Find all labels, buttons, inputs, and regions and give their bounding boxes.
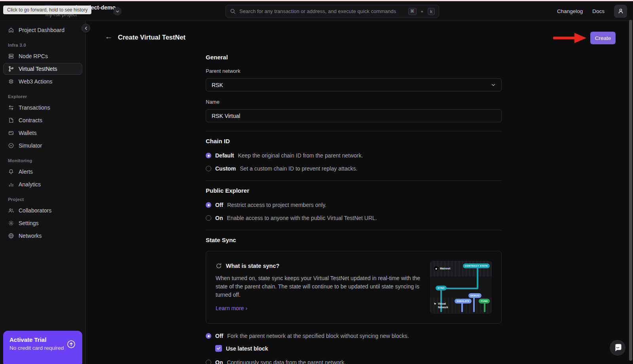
- state-sync-on-option[interactable]: On Continuously sync data from the paren…: [206, 359, 502, 364]
- sidebar-item-label: Networks: [19, 233, 42, 239]
- back-button[interactable]: ←: [105, 32, 112, 41]
- option-label: Off: [215, 202, 223, 208]
- sidebar-item-label: Transactions: [19, 104, 50, 111]
- swap-arrows-icon: [8, 104, 14, 111]
- sidebar-item-settings[interactable]: Settings: [3, 217, 82, 229]
- virtual-network-label-2: Network: [438, 306, 448, 309]
- chat-widget-button[interactable]: [610, 340, 625, 356]
- user-menu-button[interactable]: [614, 5, 627, 18]
- chain-id-default-option[interactable]: Default Keep the original chain ID from …: [206, 152, 502, 159]
- page-title: Create Virtual TestNet: [118, 34, 186, 41]
- cursor-icon: [434, 302, 437, 305]
- sidebar-item-label: Analytics: [19, 181, 41, 188]
- state-sync-illustration: CONTRACT STATE SYNC SIMULATE DEBUG FUND …: [430, 261, 492, 314]
- sidebar-item-transactions[interactable]: Transactions: [3, 102, 82, 114]
- history-tooltip: Click to go forward, hold to see history: [3, 6, 91, 14]
- sidebar-item-label: Collaborators: [19, 207, 51, 214]
- sidebar-item-virtual-testnets[interactable]: Virtual TestNets: [3, 63, 82, 75]
- radio-selected[interactable]: [206, 333, 211, 339]
- sidebar-item-project-dashboard[interactable]: Project Dashboard: [3, 24, 82, 36]
- bar-chart-icon: [8, 181, 14, 188]
- checkbox-checked[interactable]: [215, 345, 222, 352]
- virtual-network-label-1: Virtual: [438, 302, 448, 305]
- user-icon: [618, 8, 624, 14]
- search-icon: [230, 8, 236, 14]
- option-desc: Fork the parent network at the specified…: [227, 333, 409, 339]
- wallet-icon: [8, 130, 14, 136]
- parent-network-select[interactable]: RSK: [206, 78, 502, 91]
- sidebar-item-alerts[interactable]: Alerts: [3, 166, 82, 178]
- gear-icon: [8, 220, 14, 226]
- option-label: Off: [215, 333, 223, 339]
- state-sync-card-body: When turned on, state sync keeps your Vi…: [216, 274, 421, 299]
- sidebar-item-label: Contracts: [19, 117, 42, 123]
- create-button[interactable]: Create: [590, 32, 616, 44]
- trial-subtitle: No credit card required: [9, 345, 76, 351]
- window-top-edge: [0, 0, 633, 1]
- public-explorer-on-option[interactable]: On Enable access to anyone with the publ…: [206, 215, 502, 221]
- kbd-plus: +: [421, 9, 423, 14]
- radio-selected[interactable]: [206, 202, 211, 208]
- chip-icon: [8, 78, 14, 85]
- state-sync-off-option[interactable]: Off Fork the parent network at the speci…: [206, 333, 502, 339]
- mainnet-label-group: ◆ Mainnet: [434, 266, 450, 271]
- chain-id-custom-option[interactable]: Custom Set a custom chain ID to prevent …: [206, 165, 502, 172]
- sidebar-item-label: Wallets: [19, 130, 36, 136]
- check-icon: [216, 346, 221, 351]
- radio-selected[interactable]: [206, 153, 211, 158]
- sidebar-item-node-rpcs[interactable]: Node RPCs: [3, 50, 82, 62]
- global-search[interactable]: ⌘ + k: [226, 5, 439, 18]
- sidebar-item-simulator[interactable]: Simulator: [3, 140, 82, 152]
- activate-trial-banner[interactable]: Activate Trial No credit card required: [3, 331, 82, 364]
- sidebar-item-label: Node RPCs: [19, 53, 48, 59]
- parent-network-label: Parent network: [206, 68, 502, 74]
- mainnet-label: Mainnet: [440, 267, 450, 270]
- state-sync-info-card: What is state sync? When turned on, stat…: [206, 251, 502, 324]
- option-desc: Set a custom chain ID to prevent replay …: [240, 165, 357, 172]
- radio-unselected[interactable]: [206, 215, 211, 221]
- bell-icon: [8, 169, 14, 175]
- public-explorer-off-option[interactable]: Off Restrict access to project members o…: [206, 202, 502, 208]
- virtual-network-label-group: Virtual Network: [434, 302, 448, 309]
- arrow-up-circle-icon: [66, 339, 76, 351]
- radio-unselected[interactable]: [206, 360, 211, 364]
- home-icon: [8, 27, 14, 33]
- trial-title: Activate Trial: [9, 336, 76, 343]
- general-heading: General: [206, 54, 502, 61]
- option-desc: Keep the original chain ID from the pare…: [238, 152, 363, 159]
- chevron-down-icon: [491, 83, 496, 87]
- chat-bubble-icon: [614, 344, 622, 352]
- sidebar-item-web3-actions[interactable]: Web3 Actions: [3, 76, 82, 87]
- sidebar-section-infra: Infra 3.0: [3, 43, 82, 47]
- use-latest-block-option[interactable]: Use latest block: [215, 345, 502, 352]
- server-icon: [8, 53, 14, 59]
- sidebar-item-collaborators[interactable]: Collaborators: [3, 205, 82, 216]
- sidebar-item-analytics[interactable]: Analytics: [3, 178, 82, 190]
- radio-unselected[interactable]: [206, 166, 211, 171]
- sidebar-item-label: Virtual TestNets: [19, 66, 57, 72]
- topnav: Changelog Docs: [557, 1, 627, 21]
- project-chevron-down-icon[interactable]: [113, 7, 121, 15]
- option-desc: Continuously sync data from the parent n…: [227, 359, 345, 364]
- sidebar-item-networks[interactable]: Networks: [3, 230, 82, 242]
- learn-more-link[interactable]: Learn more ›: [216, 305, 247, 311]
- sidebar-collapse-button[interactable]: [81, 24, 90, 32]
- sidebar-item-label: Alerts: [19, 169, 33, 175]
- state-sync-heading: State Sync: [206, 237, 502, 243]
- docs-link[interactable]: Docs: [592, 8, 605, 14]
- option-label: Custom: [215, 165, 236, 172]
- changelog-link[interactable]: Changelog: [557, 8, 583, 14]
- option-label: On: [215, 359, 223, 364]
- search-input[interactable]: [239, 8, 405, 14]
- sidebar-item-wallets[interactable]: Wallets: [3, 127, 82, 139]
- scrollbar-thumb[interactable]: [629, 20, 632, 361]
- option-desc: Restrict access to project members only.: [227, 202, 326, 208]
- name-field-wrap: [206, 109, 502, 122]
- simulate-badge: SIMULATE: [455, 299, 472, 303]
- divider: [206, 131, 502, 131]
- globe-icon: [8, 233, 14, 239]
- name-input[interactable]: [212, 113, 496, 119]
- app-window: my-rsk-project-demo my-rsk-project ⌘ + k…: [0, 0, 633, 364]
- contract-state-badge: CONTRACT STATE: [463, 264, 490, 268]
- sidebar-item-contracts[interactable]: Contracts: [3, 114, 82, 126]
